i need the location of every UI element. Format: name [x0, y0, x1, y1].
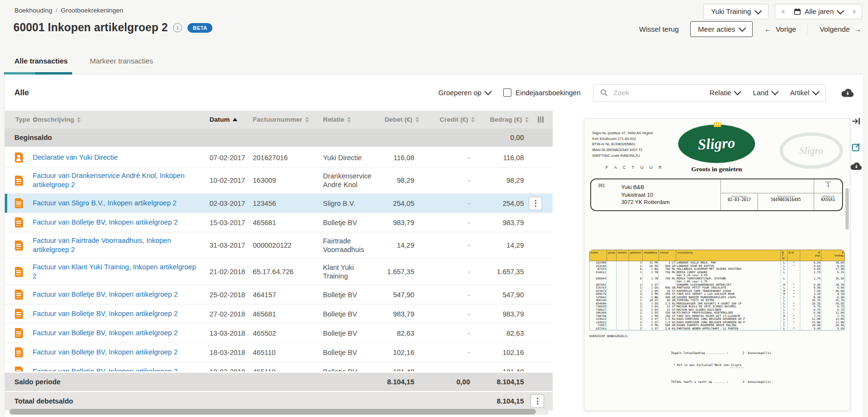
col-omschrijving-label: Omschrijving [33, 116, 74, 123]
table-row[interactable]: Factuur van Bolletje BV, Inkopen artikel… [5, 362, 553, 371]
table-row[interactable]: Factuur van Bolletje BV, Inkopen artikel… [5, 304, 553, 324]
invoice-footnote: * Dit is een Exclusief Merk van Sligro [673, 363, 742, 366]
transaction-link[interactable]: Factuur van Bolletje BV, Inkopen artikel… [33, 286, 210, 303]
cell-bedrag: 116,08 [475, 154, 529, 162]
table-row[interactable]: Declaratie van Yuki Directie 07-02-2017 … [5, 148, 553, 167]
col-header-datum[interactable]: Datum [210, 116, 253, 123]
document-icon [15, 347, 23, 357]
vorige-button[interactable]: ← Vorige [764, 25, 796, 33]
table-row[interactable]: Factuur van Sligro B.V., Inkopen artikel… [5, 194, 553, 213]
cell-factuurnummer: 465681 [253, 310, 323, 318]
table-row[interactable]: Factuur van Fairtrade Voorraadhuis, Inko… [5, 232, 553, 259]
crown-icon [714, 122, 721, 127]
wissel-terug-link[interactable]: Wissel terug [639, 25, 679, 33]
search-box: Relatie Land Artikel [593, 84, 826, 101]
horizontal-scrollbar-thumb[interactable] [10, 409, 536, 415]
col-header-credit[interactable]: Credit (€) [419, 116, 475, 123]
preview-scrollbar-thumb[interactable] [845, 188, 849, 229]
page-title: 60001 Inkopen artikelgroep 2 [13, 21, 168, 34]
artikel-filter-dropdown[interactable]: Artikel [790, 89, 818, 97]
col-header-factuurnummer[interactable]: Factuurnummer [253, 116, 323, 123]
col-header-debet[interactable]: Debet (€) [379, 116, 419, 123]
cell-credit: - [419, 200, 475, 207]
transaction-link[interactable]: Factuur van Fairtrade Voorraadhuis, Inko… [33, 232, 210, 258]
transaction-link[interactable]: Factuur van Bolletje BV, Inkopen artikel… [33, 305, 210, 322]
breadcrumb-separator: / [56, 7, 58, 14]
page-header: 60001 Inkopen artikelgroep 2 i BETA [13, 21, 212, 34]
cell-relatie: Yuki Directie [323, 152, 379, 164]
sort-icon [347, 117, 351, 123]
col-header-bedrag[interactable]: Bedrag (€) [475, 116, 529, 123]
table-row[interactable]: Factuur van Bolletje BV, Inkopen artikel… [5, 213, 553, 232]
eindejaarsboekingen-checkbox-row[interactable]: Eindejaarsboekingen [503, 88, 581, 97]
transaction-link[interactable]: Factuur van Bolletje BV, Inkopen artikel… [33, 325, 210, 341]
volgende-button[interactable]: Volgende → [819, 25, 861, 33]
col-header-omschrijving[interactable]: Omschrijving [33, 116, 210, 123]
cell-bedrag: 1.657,35 [475, 268, 529, 276]
artikel-filter-label: Artikel [790, 89, 809, 97]
tab-alle-transacties[interactable]: Alle transacties [14, 57, 68, 65]
cell-factuurnummer: 465502 [253, 329, 323, 337]
transaction-link[interactable]: Declaratie van Yuki Directie [33, 149, 210, 166]
factuur-heading: F A C T U U R [606, 165, 664, 170]
transaction-link[interactable]: Factuur van Bolletje BV, Inkopen artikel… [33, 344, 210, 361]
meer-acties-button[interactable]: Meer acties [690, 21, 753, 37]
open-edit-button[interactable] [852, 142, 861, 152]
invoice-items-body: 192409 3 12 PK 1 LT LANDHOF VOLLE MELK, … [589, 261, 845, 330]
table-row[interactable]: Factuur van Bolletje BV, Inkopen artikel… [5, 285, 553, 304]
table-row[interactable]: Factuur van Bolletje BV, Inkopen artikel… [5, 343, 553, 362]
transactions-card: Alle Groeperen op Eindejaarsboekingen Re… [5, 75, 863, 417]
relatie-filter-dropdown[interactable]: Relatie [709, 89, 740, 97]
arrow-left-icon: ← [764, 25, 771, 33]
col-header-type[interactable]: Type [5, 116, 33, 123]
col-factuurnummer-label: Factuurnummer [253, 116, 302, 123]
previous-period-button[interactable] [775, 9, 790, 14]
download-document-button[interactable] [850, 162, 862, 170]
cloud-download-icon [850, 162, 862, 170]
cell-debet: 983,79 [379, 310, 419, 318]
transaction-link[interactable]: Factuur van Sligro B.V., Inkopen artikel… [33, 195, 210, 212]
checkbox[interactable] [503, 88, 511, 97]
cell-debet: 547,90 [379, 291, 419, 299]
cell-relatie: Drankenservice André Knol [323, 170, 379, 191]
document-preview-panel: Sligro bv, postbus 47, 5460 AA Veghel Kv… [553, 111, 849, 417]
cell-datum: 13-03-2018 [210, 329, 253, 337]
sligro-tagline: Groots in genieten [676, 165, 757, 173]
sort-ascending-icon [233, 118, 237, 121]
table-row[interactable]: Factuur van Bolletje BV, Inkopen artikel… [5, 324, 553, 343]
export-download-button[interactable] [841, 88, 854, 97]
col-bedrag-label: Bedrag (€) [490, 116, 522, 123]
search-input[interactable] [612, 88, 705, 97]
cell-datum: 21-02-2018 [210, 268, 253, 276]
cell-datum: 31-03-2017 [210, 241, 253, 249]
totaal-actions-menu-icon[interactable] [531, 394, 544, 408]
land-filter-dropdown[interactable]: Land [753, 89, 777, 97]
transaction-link[interactable]: Factuur van Bolletje BV, Inkopen artikel… [33, 363, 210, 371]
factuurdatum-cell: factuurdatum02-03-2017 [721, 193, 757, 210]
transaction-link[interactable]: Factuur van Drankenservice André Knol, I… [33, 167, 210, 193]
next-period-button[interactable] [847, 9, 862, 14]
invoice-item-row: 637263 1 1 ST 1,8 KG PARTOUSE WENER-APPE… [590, 327, 844, 330]
breadcrumb-grootboekrekeningen[interactable]: Grootboekrekeningen [61, 7, 124, 14]
period-dropdown[interactable]: Alle jaren [790, 8, 847, 15]
administration-dropdown[interactable]: Yuki Training [703, 4, 769, 19]
cell-debet: 82,63 [379, 329, 419, 337]
table-row[interactable]: Factuur van Klant Yuki Training, Inkopen… [5, 259, 553, 285]
col-header-relatie[interactable]: Relatie [323, 116, 379, 123]
cell-datum: 18-03-2018 [210, 349, 253, 356]
info-icon[interactable]: i [173, 23, 182, 32]
cell-debet: 116,08 [379, 154, 419, 162]
tab-bar: Alle transacties Markeer transacties [14, 57, 153, 65]
column-picker-icon[interactable] [529, 116, 553, 123]
collapse-panel-button[interactable] [851, 117, 861, 125]
sort-icon [471, 117, 475, 123]
tab-markeer-transacties[interactable]: Markeer transacties [90, 57, 153, 65]
groeperen-op-dropdown[interactable]: Groeperen op [438, 89, 490, 97]
row-actions-menu-icon[interactable] [529, 197, 542, 210]
breadcrumb-boekhouding[interactable]: Boekhouding [14, 7, 52, 14]
transaction-link[interactable]: Factuur van Klant Yuki Training, Inkopen… [33, 259, 210, 285]
cell-factuurnummer: 163009 [253, 177, 323, 184]
table-row[interactable]: Factuur van Drankenservice André Knol, I… [5, 167, 553, 194]
cell-credit: - [419, 241, 475, 249]
transaction-link[interactable]: Factuur van Bolletje BV, Inkopen artikel… [33, 214, 210, 231]
